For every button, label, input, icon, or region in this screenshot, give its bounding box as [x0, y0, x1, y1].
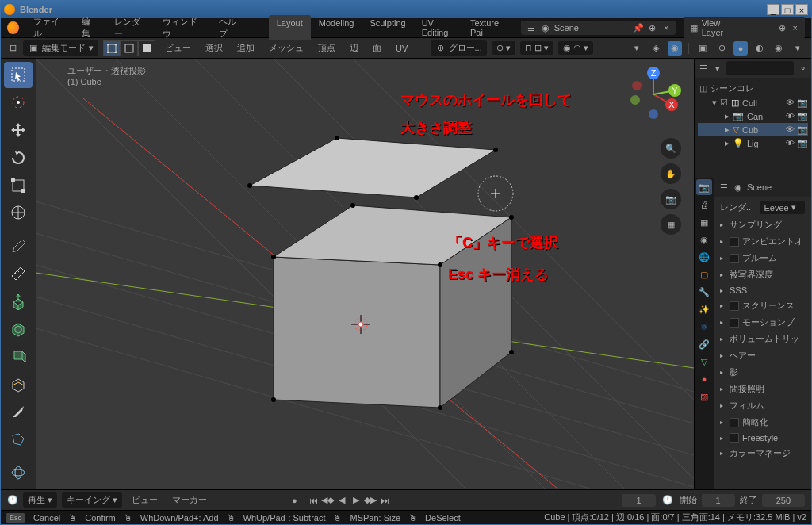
measure-tool[interactable] [4, 261, 33, 287]
3d-viewport[interactable]: ユーザー・透視投影 (1) Cube Z X Y 🔍 ✋ 📷 ▦ マウスのホイー… [36, 59, 694, 489]
visibility-icon[interactable]: 👁 [786, 98, 795, 108]
edge-menu[interactable]: 辺 [345, 40, 363, 56]
editor-type-icon[interactable]: ⊞ [7, 43, 18, 54]
modifier-tab[interactable]: 🔧 [696, 284, 712, 300]
knife-tool[interactable] [4, 399, 33, 425]
material-tab[interactable]: ● [696, 371, 712, 387]
bloom-panel[interactable]: ▸ブルーム [714, 250, 811, 266]
prev-keyframe-button[interactable]: ◀◆ [320, 493, 335, 508]
proportional-dropdown[interactable]: ◉◠▾ [558, 41, 593, 55]
wireframe-shading[interactable]: ⊕ [714, 41, 729, 56]
filter-icon[interactable]: ⚬ [797, 63, 808, 74]
mesh-menu[interactable]: メッシュ [264, 40, 308, 56]
bevel-tool[interactable] [4, 343, 33, 370]
view-menu[interactable]: ビュー [160, 40, 196, 56]
camera-view-button[interactable]: 📷 [661, 189, 681, 209]
outliner-scene-collection[interactable]: ◫ シーンコレ [698, 81, 808, 96]
move-tool[interactable] [4, 117, 33, 144]
ambient-panel[interactable]: ▸アンビエントオ [714, 233, 811, 250]
scale-tool[interactable] [4, 172, 33, 198]
screenspace-panel[interactable]: ▸スクリーンス [714, 297, 811, 314]
transform-tool[interactable] [4, 200, 33, 226]
play-reverse-button[interactable]: ◀ [335, 493, 349, 508]
colormgmt-panel[interactable]: ▸カラーマネージ [714, 445, 811, 462]
keying-menu[interactable]: キーイング▾ [62, 492, 122, 508]
object-tab[interactable]: ▢ [696, 266, 712, 282]
inset-tool[interactable] [4, 316, 33, 343]
navigation-gizmo[interactable]: Z X Y [626, 67, 681, 122]
visibility-icon[interactable]: 👁 [786, 138, 795, 148]
face-menu[interactable]: 面 [368, 40, 386, 56]
mesh-options-button[interactable]: ▾ [630, 41, 644, 56]
sampling-panel[interactable]: ▸サンプリング [714, 217, 811, 233]
render-icon[interactable]: 📷 [797, 111, 806, 121]
rendered-shading[interactable]: ◉ [772, 41, 786, 56]
checkbox[interactable] [730, 318, 739, 328]
play-button[interactable]: ▶ [349, 493, 363, 508]
render-engine-dropdown[interactable]: Eevee▾ [760, 201, 806, 214]
volumetrics-panel[interactable]: ▸ボリュームトリッ [714, 331, 811, 347]
new-layer-icon[interactable]: ⊕ [777, 22, 787, 33]
minimize-button[interactable]: _ [767, 4, 779, 15]
overlays-toggle[interactable]: ◉ [668, 41, 682, 56]
annotate-tool[interactable] [4, 233, 33, 259]
cursor-tool[interactable] [4, 90, 33, 116]
blender-logo-icon[interactable] [7, 21, 19, 34]
constraints-tab[interactable]: 🔗 [696, 336, 712, 352]
extrude-tool[interactable] [4, 289, 33, 315]
start-frame[interactable]: 1 [702, 494, 735, 507]
indirect-panel[interactable]: ▸間接照明 [714, 381, 811, 397]
window-menu[interactable]: ウィンドウ [156, 13, 209, 42]
shading-options[interactable]: ▾ [791, 41, 805, 56]
playback-menu[interactable]: 再生▾ [23, 492, 57, 508]
jump-start-button[interactable]: ⏮ [306, 493, 320, 508]
gizmo-toggle[interactable]: ◈ [649, 41, 663, 56]
workspace-tab-sculpting[interactable]: Sculpting [362, 15, 413, 40]
display-mode-icon[interactable]: ▾ [712, 63, 723, 74]
checkbox[interactable] [730, 254, 739, 263]
shadow-panel[interactable]: ▸影 [714, 364, 811, 381]
checkbox[interactable] [730, 433, 739, 443]
add-menu[interactable]: 追加 [232, 40, 259, 56]
disclosure-icon[interactable]: ▾ [712, 98, 717, 108]
disclosure-icon[interactable]: ▸ [725, 138, 730, 148]
mode-selector[interactable]: ▣ 編集モード ▾ [23, 40, 98, 56]
material-shading[interactable]: ◐ [753, 41, 767, 56]
editor-icon[interactable]: ☰ [718, 182, 730, 193]
physics-tab[interactable]: ⚛ [696, 319, 712, 335]
marker-menu[interactable]: マーカー [167, 492, 212, 508]
vertex-menu[interactable]: 頂点 [313, 40, 340, 56]
maximize-button[interactable]: □ [781, 4, 794, 15]
preview-range-button[interactable]: 🕐 [661, 493, 675, 508]
perspective-toggle[interactable]: ▦ [661, 214, 681, 235]
pivot-dropdown[interactable]: ⊙▾ [492, 41, 515, 55]
world-tab[interactable]: 🌐 [696, 249, 712, 265]
timeline-editor-icon[interactable]: 🕐 [7, 495, 18, 506]
checkbox[interactable] [730, 301, 739, 311]
scene-tab[interactable]: ◉ [696, 232, 712, 247]
simplify-panel[interactable]: ▸簡略化 [714, 414, 811, 431]
new-scene-icon[interactable]: ⊕ [647, 22, 658, 33]
next-keyframe-button[interactable]: ◆▶ [363, 493, 377, 508]
particles-tab[interactable]: ✨ [696, 301, 712, 317]
outliner-camera[interactable]: ▸ 📷 Can 👁📷 [698, 109, 808, 123]
outliner-cube[interactable]: ▸ ▽ Cub 👁📷 [698, 123, 808, 136]
mesh-tab[interactable]: ▽ [696, 354, 712, 370]
workspace-tab-texture[interactable]: Texture Pai [462, 15, 513, 40]
timeline-view-menu[interactable]: ビュー [127, 492, 163, 508]
disclosure-icon[interactable]: ▸ [725, 111, 730, 121]
disclosure-icon[interactable]: ▸ [725, 125, 730, 135]
film-panel[interactable]: ▸フィルム [714, 397, 811, 414]
workspace-tab-layout[interactable]: Layout [269, 15, 311, 40]
rotate-tool[interactable] [4, 144, 33, 171]
workspace-tab-modeling[interactable]: Modeling [311, 15, 362, 40]
loop-cut-tool[interactable] [4, 371, 33, 397]
viewlayer-selector[interactable]: ▦ View Layer ⊕ × [684, 17, 805, 39]
file-menu[interactable]: ファイル [27, 13, 72, 42]
render-tab[interactable]: 📷 [696, 179, 712, 195]
orientation-dropdown[interactable]: ⊕ グロー... [431, 40, 487, 56]
jump-end-button[interactable]: ⏭ [377, 493, 392, 508]
viewlayer-tab[interactable]: ▦ [696, 214, 712, 230]
visibility-icon[interactable]: 👁 [786, 111, 795, 121]
dof-panel[interactable]: ▸被写界深度 [714, 266, 811, 283]
